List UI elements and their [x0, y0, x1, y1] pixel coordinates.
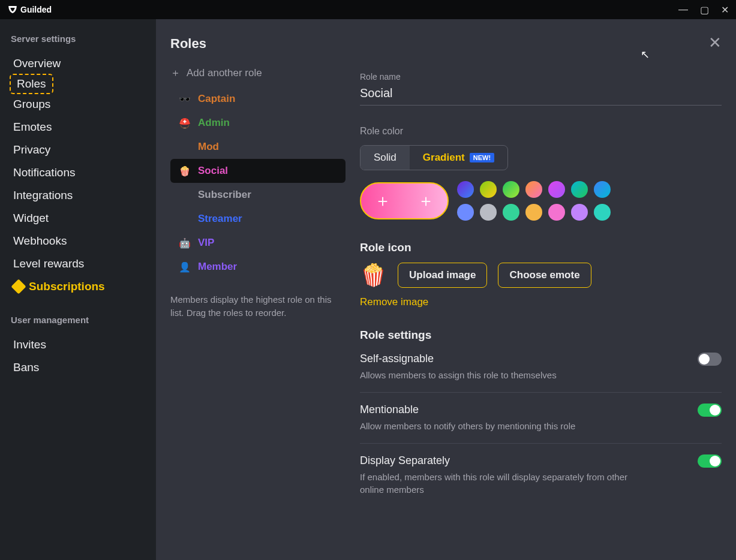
role-name-input[interactable] — [360, 84, 722, 106]
role-item-label: Captain — [198, 93, 235, 105]
titlebar: Guilded — ▢ ✕ — [0, 0, 736, 19]
setting-description: Allows members to assign this role to th… — [360, 369, 557, 381]
role-item-mod[interactable]: Mod — [170, 135, 346, 159]
roles-title: Roles — [170, 36, 346, 52]
minimize-button[interactable]: — — [678, 4, 688, 16]
role-item-social[interactable]: 🍿Social — [170, 159, 346, 183]
sidebar-item-level-rewards[interactable]: Level rewards — [11, 252, 145, 275]
role-item-subscriber[interactable]: Subscriber — [170, 183, 346, 207]
sidebar-item-widget[interactable]: Widget — [11, 207, 145, 230]
role-item-label: Streamer — [198, 213, 242, 225]
window-controls: — ▢ ✕ — [678, 4, 729, 16]
role-item-icon — [178, 140, 192, 154]
role-item-icon: ⛑️ — [178, 116, 192, 130]
color-swatch[interactable] — [525, 204, 542, 221]
role-name-label: Role name — [360, 72, 722, 82]
sidebar: Server settings Overview Roles Groups Em… — [0, 19, 156, 560]
toggle-switch[interactable] — [698, 404, 722, 417]
color-swatch[interactable] — [594, 181, 611, 198]
setting-description: If enabled, members with this role will … — [360, 471, 636, 496]
color-swatch[interactable] — [548, 181, 565, 198]
role-item-admin[interactable]: ⛑️Admin — [170, 111, 346, 135]
sidebar-item-groups[interactable]: Groups — [11, 93, 145, 116]
role-item-member[interactable]: 👤Member — [170, 255, 346, 279]
remove-image-link[interactable]: Remove image — [360, 296, 428, 308]
role-color-label: Role color — [360, 126, 722, 137]
role-icon-preview: 🍿 — [360, 263, 387, 288]
role-item-icon: 🕶️ — [178, 92, 192, 106]
close-panel-button[interactable]: ✕ — [708, 34, 722, 52]
setting-title: Self-assignable — [360, 353, 557, 365]
role-item-vip[interactable]: 🤖VIP — [170, 231, 346, 255]
subscriptions-icon — [11, 279, 26, 294]
sidebar-item-webhooks[interactable]: Webhooks — [11, 230, 145, 252]
role-item-label: Admin — [198, 117, 230, 129]
toggle-switch[interactable] — [698, 353, 722, 366]
role-item-icon: 👤 — [178, 260, 192, 274]
app-logo: Guilded — [7, 4, 52, 15]
setting-row: MentionableAllow members to notify other… — [360, 393, 722, 444]
guilded-icon — [7, 4, 18, 15]
setting-row: Self-assignableAllows members to assign … — [360, 342, 722, 393]
sidebar-item-invites[interactable]: Invites — [11, 333, 145, 356]
sidebar-item-subscriptions[interactable]: Subscriptions — [11, 275, 145, 298]
color-swatch[interactable] — [503, 181, 519, 198]
color-swatch[interactable] — [457, 204, 474, 221]
role-item-captain[interactable]: 🕶️Captain — [170, 87, 346, 111]
setting-title: Display Separately — [360, 454, 636, 467]
color-swatch[interactable] — [571, 181, 588, 198]
role-item-label: Member — [198, 261, 237, 273]
role-item-streamer[interactable]: Streamer — [170, 207, 346, 231]
gradient-label: Gradient — [423, 152, 465, 164]
color-swatch[interactable] — [457, 181, 474, 198]
color-swatch[interactable] — [594, 204, 611, 221]
role-item-label: Mod — [198, 141, 219, 153]
new-badge: NEW! — [470, 153, 494, 162]
add-role-label: Add another role — [187, 67, 262, 79]
sidebar-item-bans[interactable]: Bans — [11, 356, 145, 379]
role-item-icon — [178, 188, 192, 202]
setting-description: Allow members to notify others by mentio… — [360, 420, 575, 432]
sidebar-item-roles[interactable]: Roles — [11, 75, 52, 93]
add-role-button[interactable]: ＋ Add another role — [170, 66, 346, 80]
sidebar-item-notifications[interactable]: Notifications — [11, 161, 145, 184]
app-name: Guilded — [20, 5, 52, 14]
color-swatch[interactable] — [548, 204, 565, 221]
color-swatch[interactable] — [480, 204, 497, 221]
gradient-tab[interactable]: Gradient NEW! — [410, 146, 507, 170]
sidebar-item-privacy[interactable]: Privacy — [11, 139, 145, 161]
sidebar-section-user: User management — [11, 315, 145, 325]
sidebar-item-overview[interactable]: Overview — [11, 52, 145, 75]
role-detail-panel: ↖ ✕ Role name Role color Solid Gradient … — [346, 19, 736, 560]
close-window-button[interactable]: ✕ — [721, 4, 729, 16]
role-item-label: VIP — [198, 237, 214, 249]
color-swatch[interactable] — [503, 204, 519, 221]
role-item-icon — [178, 212, 192, 226]
choose-emote-button[interactable]: Choose emote — [498, 263, 591, 288]
plus-icon: ＋ — [170, 66, 181, 80]
sidebar-item-emotes[interactable]: Emotes — [11, 116, 145, 139]
setting-title: Mentionable — [360, 404, 575, 416]
roles-list-panel: Roles ＋ Add another role 🕶️Captain⛑️Admi… — [156, 19, 346, 560]
titlebar-left: Guilded — [7, 4, 52, 15]
cursor-icon: ↖ — [641, 48, 650, 61]
custom-gradient-button[interactable]: ＋ ＋ — [360, 182, 449, 219]
role-icon-label: Role icon — [360, 241, 722, 254]
setting-row: Display SeparatelyIf enabled, members wi… — [360, 444, 722, 507]
solid-tab[interactable]: Solid — [361, 146, 410, 170]
sidebar-section-server: Server settings — [11, 34, 145, 44]
color-swatch[interactable] — [571, 204, 588, 221]
sidebar-item-integrations[interactable]: Integrations — [11, 184, 145, 207]
role-item-icon: 🤖 — [178, 236, 192, 250]
maximize-button[interactable]: ▢ — [700, 4, 709, 16]
plus-icon: ＋ — [374, 189, 391, 212]
upload-image-button[interactable]: Upload image — [398, 263, 487, 288]
role-settings-label: Role settings — [360, 329, 722, 342]
role-item-label: Subscriber — [198, 189, 251, 201]
subscriptions-label: Subscriptions — [29, 280, 105, 293]
toggle-switch[interactable] — [698, 454, 722, 468]
color-swatch[interactable] — [480, 181, 497, 198]
roles-reorder-tip: Members display the highest role on this… — [170, 293, 346, 320]
role-item-label: Social — [198, 165, 228, 177]
color-swatch[interactable] — [525, 181, 542, 198]
